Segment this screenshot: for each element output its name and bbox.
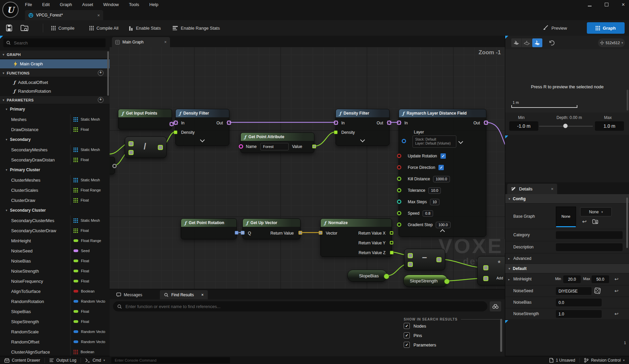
preview-mode-volume-button[interactable]: [532, 38, 542, 47]
node-get-point-attribute[interactable]: ƒGet Point Attribute Name Forest Value: [240, 132, 314, 153]
preview-resolution-dropdown[interactable]: 512x512 ▾: [598, 38, 625, 47]
divide-in-b-pin[interactable]: [128, 150, 134, 155]
reset-preview-button[interactable]: [546, 38, 556, 47]
search-input[interactable]: [13, 40, 103, 46]
node-density-filter-2[interactable]: ƒDensity Filter In Out Density: [336, 109, 390, 146]
parameter-row[interactable]: ▾ MinHeight Float Range: [0, 236, 110, 246]
parameter-row[interactable]: ▾ SecondaryClusterDraw Float: [0, 225, 110, 236]
tab-main-graph[interactable]: Main Graph ×: [112, 37, 170, 47]
parameter-row[interactable]: ▾ SlopeBias Float: [0, 306, 110, 316]
minimize-button[interactable]: [586, 2, 593, 8]
parameter-row[interactable]: ▾ RandomScale Random Vecto: [0, 327, 110, 337]
pin-icon[interactable]: [397, 222, 401, 227]
parameter-row[interactable]: ▾ NoiseSeed Seed: [0, 246, 110, 256]
menu-item[interactable]: File: [25, 2, 32, 7]
depth-slider-handle[interactable]: [563, 124, 568, 128]
category-field[interactable]: [556, 231, 623, 239]
noiseseed-field[interactable]: DIYEGISE: [556, 287, 592, 295]
menu-item[interactable]: Edit: [42, 2, 50, 7]
node-density-filter-1[interactable]: ƒDensity Filter In Out Density: [175, 109, 229, 146]
node-raymarch-layer-distance-field[interactable]: ƒRaymarch Layer Distance Field In Out La…: [399, 109, 486, 237]
checkbox[interactable]: ✓: [438, 164, 444, 171]
return-value-x-pin[interactable]: [390, 231, 393, 235]
node-preview-viewport[interactable]: Press R to preview the selected node 1 m: [505, 49, 629, 113]
max-depth-field[interactable]: 1.0 m: [595, 121, 624, 131]
compile-all-button[interactable]: Compile All: [89, 20, 118, 36]
close-icon[interactable]: ×: [164, 40, 167, 44]
out-pin[interactable]: [387, 120, 392, 125]
save-button[interactable]: [5, 20, 13, 36]
pin-icon[interactable]: [397, 177, 401, 181]
tab-find-results[interactable]: Find Results ×: [160, 290, 208, 299]
parameter-row[interactable]: ▾ Primary: [0, 104, 110, 114]
parameter-row[interactable]: ▾ ClusterDraw Float: [0, 195, 110, 205]
find-references-input[interactable]: [125, 304, 483, 309]
q-in-pin[interactable]: [241, 231, 245, 235]
subtract-in-a-pin[interactable]: [408, 253, 413, 258]
pin-icon[interactable]: [397, 188, 401, 192]
description-field[interactable]: [556, 243, 623, 251]
return-value-out-pin[interactable]: [298, 231, 302, 235]
property-value-field[interactable]: 0.8: [423, 210, 433, 217]
unsaved-assets-button[interactable]: 1 Unsaved: [545, 356, 579, 364]
console-command-bar[interactable]: [111, 357, 230, 363]
content-drawer-button[interactable]: Content Drawer: [0, 356, 45, 364]
preview-mode-slice-button[interactable]: [522, 38, 532, 47]
parameter-row[interactable]: ▾ NoiseStrength Float: [0, 266, 110, 276]
sidebar-search[interactable]: [3, 38, 106, 47]
attribute-name-field[interactable]: Forest: [260, 143, 289, 150]
tab-details[interactable]: Details ×: [507, 184, 557, 194]
enable-stats-button[interactable]: Enable Stats: [129, 20, 161, 36]
property-value-field[interactable]: 1000.0: [433, 176, 450, 182]
property-value-field[interactable]: 10: [430, 199, 439, 205]
divide-out-pin[interactable]: [158, 145, 163, 150]
menu-item[interactable]: Tools: [129, 2, 139, 7]
parameter-row[interactable]: ▾ DrawDistance Float: [0, 124, 110, 134]
parameter-row[interactable]: ▾ AlignToSurface Boolean: [0, 286, 110, 296]
parameter-row[interactable]: ▾ SlopeStrength Float: [0, 316, 110, 327]
dice-icon[interactable]: [594, 287, 601, 294]
default-section-header[interactable]: ▾ Default: [505, 264, 629, 273]
add-function-button[interactable]: +: [98, 70, 104, 76]
preview-button[interactable]: Preview: [543, 20, 567, 36]
node-get-point-rotation[interactable]: ƒGet Point Rotation: [181, 218, 237, 239]
noisebias-field[interactable]: 0.0: [556, 299, 602, 306]
node-subtract[interactable]: −: [404, 249, 445, 270]
parameter-row[interactable]: ▾ ClusterMeshes Static Mesh: [0, 175, 110, 185]
out-pin[interactable]: [484, 120, 488, 125]
function-item[interactable]: ƒ AddLocalOffset: [0, 78, 110, 87]
console-input[interactable]: [114, 358, 227, 363]
close-icon[interactable]: ×: [97, 13, 100, 18]
parameter-row[interactable]: ▾ ClusterAlignSurface Boolean: [0, 347, 110, 356]
multiply-in-a-pin[interactable]: [483, 265, 488, 270]
density-pin[interactable]: [334, 130, 338, 134]
node-slope-bias[interactable]: SlopeBias: [347, 270, 387, 282]
chevron-down-icon[interactable]: [458, 139, 463, 144]
checkbox[interactable]: ✓: [404, 332, 410, 338]
in-pin[interactable]: [334, 120, 338, 125]
parameter-row[interactable]: ▾ Meshes Static Mesh: [0, 114, 110, 124]
parameter-row[interactable]: ▾ NoiseBias Float: [0, 256, 110, 266]
browse-to-asset-button[interactable]: [20, 20, 29, 36]
close-icon[interactable]: ×: [201, 293, 204, 297]
partial-node-left[interactable]: [110, 157, 115, 174]
divide-in-a-pin[interactable]: [128, 141, 134, 146]
menu-item[interactable]: Asset: [82, 2, 93, 7]
layer-dropdown[interactable]: Stack: Default Layer: Default (Volume): [412, 135, 456, 148]
name-pin[interactable]: [239, 144, 243, 149]
parameter-row[interactable]: ▾ SecondaryDrawDistan Float: [0, 155, 110, 165]
unreal-logo[interactable]: U: [2, 2, 19, 18]
filter-row[interactable]: ✓ Pins: [404, 331, 500, 340]
property-value-field[interactable]: 100.0: [436, 222, 451, 228]
layer-pin[interactable]: [402, 139, 406, 143]
config-section-header[interactable]: ▾ Config: [505, 194, 629, 204]
reset-to-default-icon[interactable]: ↩: [614, 311, 619, 316]
filter-row[interactable]: ✓ Nodes: [404, 321, 500, 331]
menu-item[interactable]: Window: [103, 2, 119, 7]
min-depth-field[interactable]: -1.0 m: [509, 121, 538, 131]
return-value-y-pin[interactable]: [390, 241, 393, 244]
tab-messages[interactable]: Messages: [112, 290, 146, 299]
filter-row[interactable]: ✓ Parameters: [404, 340, 500, 350]
node-multiply-partial[interactable]: * Add: [477, 256, 505, 285]
parameters-section-header[interactable]: ▾ PARAMETERS +: [0, 96, 110, 104]
